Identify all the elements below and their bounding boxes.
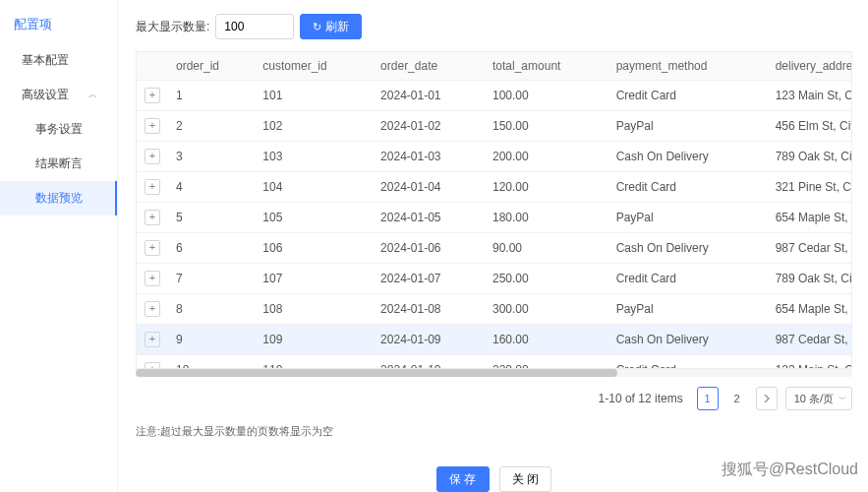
- page-1-button[interactable]: 1: [697, 387, 719, 410]
- sidebar-item-advanced[interactable]: 高级设置 ︿: [0, 78, 117, 112]
- table-cell: 120.00: [485, 172, 608, 203]
- expand-row-button[interactable]: +: [145, 118, 160, 134]
- table-cell: 2024-01-07: [373, 264, 485, 294]
- table-cell: 10: [168, 355, 255, 370]
- table-cell: 2: [168, 111, 255, 142]
- table-cell: 2024-01-05: [373, 203, 485, 233]
- table-cell: 104: [255, 172, 373, 203]
- table-cell: 789 Oak St, City, St: [768, 264, 852, 294]
- table-cell: Cash On Delivery: [608, 142, 768, 172]
- table-cell: 7: [168, 264, 255, 294]
- table-cell: 220.00: [485, 355, 608, 370]
- column-header: order_date: [373, 52, 485, 81]
- table-cell: 8: [168, 294, 255, 325]
- table-row[interactable]: +21022024-01-02150.00PayPal456 Elm St, C…: [137, 111, 852, 142]
- page-size-label: 10 条/页: [794, 392, 834, 406]
- chevron-down-icon: ﹀: [839, 394, 846, 404]
- table-cell: 102: [255, 111, 373, 142]
- column-header: payment_method: [608, 52, 768, 81]
- page-size-select[interactable]: 10 条/页 ﹀: [785, 387, 852, 410]
- table-row[interactable]: +101102024-01-10220.00Credit Card123 Mai…: [137, 355, 852, 370]
- sidebar-item-assertion[interactable]: 结果断言: [0, 147, 117, 181]
- scrollbar-thumb[interactable]: [136, 369, 617, 377]
- table-cell: 107: [255, 264, 373, 294]
- expand-row-button[interactable]: +: [145, 179, 160, 195]
- table-cell: 101: [255, 81, 373, 111]
- expand-row-button[interactable]: +: [145, 88, 160, 103]
- table-cell: 2024-01-10: [373, 355, 485, 370]
- table-cell: 123 Main St, City, S: [768, 81, 852, 111]
- sidebar-title: 配置项: [0, 8, 117, 43]
- table-cell: PayPal: [608, 111, 768, 142]
- expand-row-button[interactable]: +: [145, 240, 160, 256]
- data-table: order_idcustomer_idorder_datetotal_amoun…: [136, 51, 852, 369]
- expand-row-button[interactable]: +: [145, 301, 160, 317]
- table-cell: Cash On Delivery: [608, 325, 768, 355]
- table-cell: 789 Oak St, City, St: [768, 142, 852, 172]
- table-cell: 180.00: [485, 203, 608, 233]
- refresh-label: 刷新: [325, 19, 349, 35]
- expand-row-button[interactable]: +: [145, 332, 160, 347]
- table-cell: 123 Main St, City, S: [768, 355, 852, 370]
- table-cell: 2024-01-03: [373, 142, 485, 172]
- save-button[interactable]: 保 存: [436, 466, 489, 492]
- sidebar-item-label: 基本配置: [22, 52, 69, 69]
- table-cell: 108: [255, 294, 373, 325]
- expand-row-button[interactable]: +: [145, 271, 160, 286]
- table-cell: 2024-01-01: [373, 81, 485, 111]
- pagination: 1-10 of 12 items 1 2 10 条/页 ﹀: [136, 387, 852, 410]
- table-cell: 250.00: [485, 264, 608, 294]
- table-row[interactable]: +31032024-01-03200.00Cash On Delivery789…: [137, 142, 852, 172]
- sidebar-item-label: 高级设置: [22, 87, 69, 103]
- table-cell: 200.00: [485, 142, 608, 172]
- table-row[interactable]: +71072024-01-07250.00Credit Card789 Oak …: [137, 264, 852, 294]
- table-cell: 103: [255, 142, 373, 172]
- main-panel: 最大显示数量: ↻ 刷新 order_idcustomer_idorder_da…: [118, 0, 868, 492]
- table-cell: 2024-01-02: [373, 111, 485, 142]
- toolbar: 最大显示数量: ↻ 刷新: [136, 14, 852, 39]
- max-display-input[interactable]: [215, 14, 294, 39]
- table-row[interactable]: +81082024-01-08300.00PayPal654 Maple St,…: [137, 294, 852, 325]
- column-header: delivery_address: [768, 52, 852, 81]
- table-cell: 150.00: [485, 111, 608, 142]
- table-cell: 160.00: [485, 325, 608, 355]
- table-cell: 456 Elm St, City, St: [768, 111, 852, 142]
- table-cell: 2024-01-06: [373, 233, 485, 264]
- table-cell: 1: [168, 81, 255, 111]
- table-row[interactable]: +91092024-01-09160.00Cash On Delivery987…: [137, 325, 852, 355]
- next-page-button[interactable]: [756, 387, 778, 410]
- page-2-button[interactable]: 2: [726, 387, 748, 410]
- table-cell: 106: [255, 233, 373, 264]
- note-text: 注意:超过最大显示数量的页数将显示为空: [136, 424, 852, 439]
- column-header: order_id: [168, 52, 255, 81]
- table-cell: 6: [168, 233, 255, 264]
- table-cell: 3: [168, 142, 255, 172]
- table-cell: 105: [255, 203, 373, 233]
- table-cell: 5: [168, 203, 255, 233]
- refresh-button[interactable]: ↻ 刷新: [300, 14, 362, 39]
- table-row[interactable]: +11012024-01-01100.00Credit Card123 Main…: [137, 81, 852, 111]
- table-cell: 654 Maple St, City,: [768, 203, 852, 233]
- sidebar-item-transaction[interactable]: 事务设置: [0, 112, 117, 147]
- pagination-info: 1-10 of 12 items: [599, 392, 683, 405]
- table-cell: 2024-01-08: [373, 294, 485, 325]
- table-row[interactable]: +41042024-01-04120.00Credit Card321 Pine…: [137, 172, 852, 203]
- table-row[interactable]: +61062024-01-0690.00Cash On Delivery987 …: [137, 233, 852, 264]
- table-cell: 4: [168, 172, 255, 203]
- table-cell: 90.00: [485, 233, 608, 264]
- expand-row-button[interactable]: +: [145, 362, 160, 369]
- horizontal-scrollbar[interactable]: [136, 369, 852, 377]
- expand-row-button[interactable]: +: [145, 149, 160, 164]
- expand-row-button[interactable]: +: [145, 210, 160, 225]
- table-cell: 2024-01-04: [373, 172, 485, 203]
- sidebar: 配置项 基本配置 高级设置 ︿ 事务设置 结果断言 数据预览: [0, 0, 118, 492]
- table-cell: 2024-01-09: [373, 325, 485, 355]
- table-cell: Credit Card: [608, 355, 768, 370]
- table-cell: Credit Card: [608, 264, 768, 294]
- table-cell: PayPal: [608, 294, 768, 325]
- table-cell: PayPal: [608, 203, 768, 233]
- table-row[interactable]: +51052024-01-05180.00PayPal654 Maple St,…: [137, 203, 852, 233]
- sidebar-item-basic[interactable]: 基本配置: [0, 43, 117, 78]
- sidebar-item-preview[interactable]: 数据预览: [0, 181, 117, 215]
- close-button[interactable]: 关 闭: [499, 466, 551, 492]
